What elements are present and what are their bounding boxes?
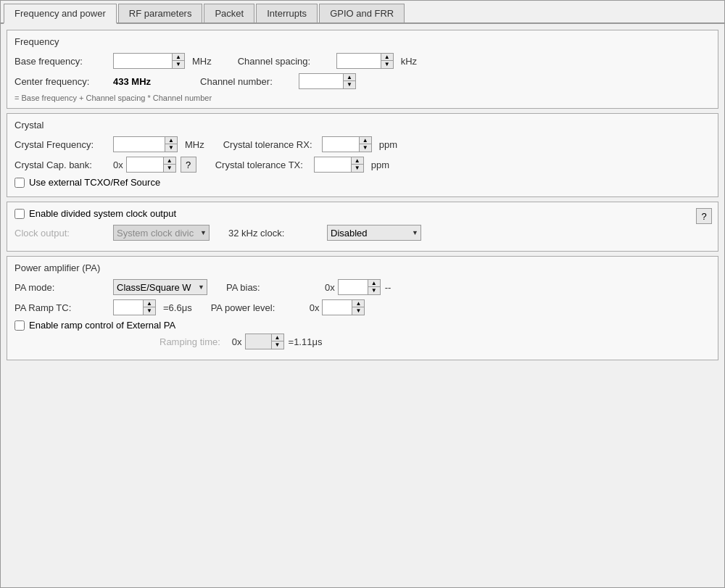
ramping-time-result: =1.11μs — [289, 336, 323, 347]
crystal-freq-input[interactable]: 26.000 — [114, 137, 165, 152]
channel-spacing-up[interactable]: ▲ — [381, 54, 393, 61]
pa-ramp-tc-spinbox[interactable]: 29 ▲ ▼ — [113, 299, 156, 315]
pa-bias-spinbox-btns: ▲ ▼ — [368, 280, 380, 294]
pa-power-level-spinbox-btns: ▲ ▼ — [352, 300, 364, 315]
pa-bias-prefix: 0x — [325, 282, 335, 293]
ramping-time-row: Ramping time: 0x E ▲ ▼ =1.11μs — [14, 334, 710, 349]
crystal-tol-tx-down[interactable]: ▼ — [352, 165, 363, 172]
pa-power-level-input[interactable]: 7F — [323, 300, 352, 315]
pa-ramp-tc-up[interactable]: ▲ — [144, 300, 155, 307]
main-container: Frequency and power RF parameters Packet… — [0, 0, 725, 588]
enable-ramp-checkbox[interactable] — [14, 320, 25, 331]
base-frequency-input[interactable]: 433.00000 — [114, 54, 172, 68]
channel-number-input[interactable]: 0 — [299, 74, 343, 88]
crystal-tol-tx-spinbox[interactable]: 20.0 ▲ ▼ — [314, 157, 364, 173]
pa-ramp-tc-label: PA Ramp TC: — [14, 302, 109, 313]
crystal-tol-rx-spinbox[interactable]: 20.0 ▲ ▼ — [322, 136, 372, 152]
clock-output-select[interactable]: System clock divic — [113, 225, 210, 241]
tab-gpio-frr[interactable]: GPIO and FRR — [319, 4, 405, 22]
channel-spacing-spinbox[interactable]: 250.00 ▲ ▼ — [336, 53, 394, 69]
pa-power-level-hex-row: 0x 7F ▲ ▼ — [310, 299, 365, 315]
ramping-time-up[interactable]: ▲ — [272, 334, 283, 341]
tab-frequency-power[interactable]: Frequency and power — [4, 4, 117, 24]
pa-bias-spinbox[interactable]: 0 ▲ ▼ — [338, 279, 381, 295]
content-area: Frequency Base frequency: 433.00000 ▲ ▼ … — [1, 24, 724, 366]
crystal-freq-spinbox[interactable]: 26.000 ▲ ▼ — [113, 136, 178, 152]
ramping-time-down[interactable]: ▼ — [272, 341, 283, 349]
tab-bar: Frequency and power RF parameters Packet… — [1, 1, 724, 24]
pa-power-level-down[interactable]: ▼ — [352, 307, 364, 315]
crystal-tol-rx-spinbox-btns: ▲ ▼ — [359, 137, 371, 152]
crystal-tol-tx-up[interactable]: ▲ — [352, 157, 363, 165]
crystal-cap-label: Crystal Cap. bank: — [14, 160, 109, 170]
crystal-tol-tx-unit: ppm — [371, 160, 389, 170]
tcxo-checkbox[interactable] — [14, 178, 25, 188]
crystal-tol-rx-label: Crystal tolerance RX: — [223, 139, 318, 150]
enable-clock-row: Enable divided system clock output — [14, 208, 710, 219]
clock-section: ? Enable divided system clock output Clo… — [7, 202, 718, 252]
crystal-cap-up[interactable]: ▲ — [164, 157, 175, 165]
clock-output-row: Clock output: System clock divic 32 kHz … — [14, 225, 710, 241]
base-frequency-spinbox-btns: ▲ ▼ — [172, 54, 184, 68]
crystal-cap-help-button[interactable]: ? — [181, 157, 196, 173]
crystal-freq-up[interactable]: ▲ — [165, 137, 177, 144]
pa-bias-down[interactable]: ▼ — [368, 287, 380, 294]
crystal-cap-spinbox[interactable]: 52 ▲ ▼ — [126, 157, 176, 173]
base-frequency-up[interactable]: ▲ — [173, 54, 184, 61]
pa-bias-input[interactable]: 0 — [339, 280, 368, 294]
channel-number-spinbox[interactable]: 0 ▲ ▼ — [299, 73, 356, 89]
crystal-tol-rx-down[interactable]: ▼ — [360, 144, 371, 152]
base-frequency-down[interactable]: ▼ — [173, 61, 184, 68]
pa-ramp-tc-input[interactable]: 29 — [114, 300, 143, 315]
frequency-row1: Base frequency: 433.00000 ▲ ▼ MHz Channe… — [14, 53, 710, 69]
ramping-time-hex-row: 0x E ▲ ▼ =1.11μs — [232, 334, 323, 349]
enable-clock-label: Enable divided system clock output — [29, 208, 176, 219]
pa-section-title: Power amplifier (PA) — [14, 262, 710, 273]
crystal-cap-spinbox-btns: ▲ ▼ — [163, 157, 175, 172]
ramping-time-spinbox[interactable]: E ▲ ▼ — [245, 334, 284, 349]
crystal-cap-prefix: 0x — [113, 160, 123, 170]
pa-bias-up[interactable]: ▲ — [368, 280, 380, 287]
crystal-tol-rx-input[interactable]: 20.0 — [323, 137, 359, 152]
pa-power-level-label: PA power level: — [211, 302, 305, 313]
clock-help-button[interactable]: ? — [696, 208, 712, 224]
enable-ramp-label: Enable ramp control of External PA — [29, 320, 175, 331]
channel-number-label: Channel number: — [200, 76, 294, 87]
crystal-freq-label: Crystal Frequency: — [14, 139, 109, 150]
channel-spacing-spinbox-btns: ▲ ▼ — [381, 54, 393, 68]
crystal-cap-down[interactable]: ▼ — [164, 165, 175, 172]
channel-number-down[interactable]: ▼ — [344, 81, 355, 88]
crystal-tol-rx-up[interactable]: ▲ — [360, 137, 371, 144]
crystal-section: Crystal Crystal Frequency: 26.000 ▲ ▼ MH… — [7, 113, 718, 197]
ramping-time-label: Ramping time: — [160, 336, 220, 347]
crystal-cap-input[interactable]: 52 — [127, 157, 163, 172]
khz-clock-select[interactable]: Disabled Enabled — [327, 225, 421, 241]
frequency-section: Frequency Base frequency: 433.00000 ▲ ▼ … — [7, 30, 718, 109]
tab-rf-parameters[interactable]: RF parameters — [118, 4, 203, 22]
tab-interrupts[interactable]: Interrupts — [256, 4, 318, 22]
enable-clock-checkbox[interactable] — [14, 209, 25, 219]
pa-mode-select[interactable]: ClassE/Square W ClassE Square Wave — [113, 279, 207, 295]
ramping-time-input[interactable]: E — [246, 334, 271, 349]
tcxo-label: Use external TCXO/Ref Source — [29, 177, 160, 188]
crystal-tol-tx-input[interactable]: 20.0 — [315, 157, 351, 172]
crystal-freq-down[interactable]: ▼ — [165, 144, 177, 152]
enable-ramp-row: Enable ramp control of External PA — [14, 320, 710, 331]
pa-power-level-spinbox[interactable]: 7F ▲ ▼ — [322, 299, 365, 315]
clock-output-label: Clock output: — [14, 228, 109, 239]
channel-spacing-down[interactable]: ▼ — [381, 61, 393, 68]
channel-number-up[interactable]: ▲ — [344, 74, 355, 81]
center-frequency-label: Center frequency: — [14, 76, 109, 87]
crystal-tol-rx-unit: ppm — [379, 139, 397, 150]
tab-packet[interactable]: Packet — [204, 4, 254, 22]
channel-spacing-input[interactable]: 250.00 — [337, 54, 381, 68]
pa-power-level-up[interactable]: ▲ — [352, 300, 364, 307]
channel-spacing-label: Channel spacing: — [238, 56, 332, 67]
crystal-section-title: Crystal — [14, 120, 710, 131]
ramping-time-spinbox-btns: ▲ ▼ — [271, 334, 283, 349]
crystal-freq-unit: MHz — [185, 139, 204, 150]
pa-power-level-prefix: 0x — [310, 302, 320, 313]
pa-mode-select-wrapper: ClassE/Square W ClassE Square Wave — [113, 279, 207, 295]
pa-ramp-tc-down[interactable]: ▼ — [144, 307, 155, 315]
base-frequency-spinbox[interactable]: 433.00000 ▲ ▼ — [113, 53, 185, 69]
